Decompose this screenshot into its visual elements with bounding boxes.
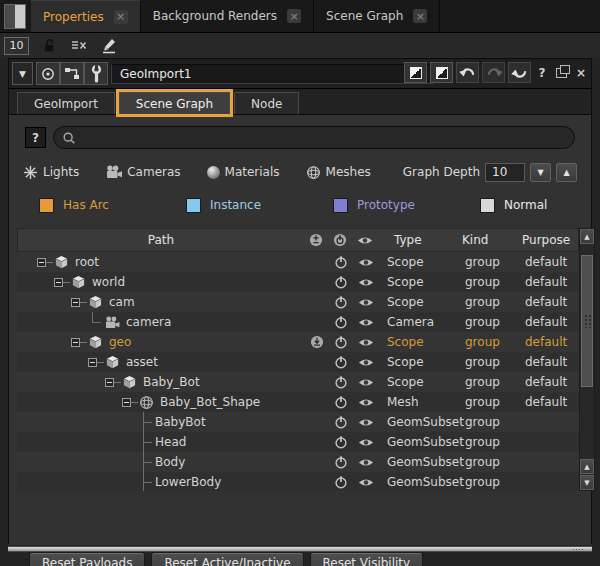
kind-column-header[interactable]: Kind: [454, 233, 514, 247]
undo-icon[interactable]: [456, 62, 479, 83]
expand-toggle[interactable]: [54, 278, 63, 287]
eye-icon[interactable]: [358, 257, 374, 268]
eye-icon[interactable]: [358, 437, 374, 448]
table-row[interactable]: asset Scope group default: [17, 352, 579, 372]
vertical-scrollbar[interactable]: ▲ ▲ ▼: [579, 228, 595, 491]
eye-icon[interactable]: [358, 357, 374, 368]
table-row[interactable]: Baby_Bot_Shape Mesh group default: [17, 392, 579, 412]
table-row[interactable]: LowerBody GeomSubset group: [17, 472, 579, 491]
power-icon[interactable]: [334, 375, 348, 389]
clear-panels-icon[interactable]: [69, 36, 89, 56]
scroll-up-button[interactable]: ▲: [580, 229, 594, 244]
reset-payloads-button[interactable]: Reset Payloads: [29, 552, 145, 566]
help-button[interactable]: ?: [534, 66, 550, 80]
tree-cell: camera: [17, 312, 305, 332]
payload-icon[interactable]: [310, 335, 324, 349]
geoimport-properties-panel: ▼ GeoImport1 ? × Ge: [8, 58, 592, 544]
tree-cell: asset: [17, 352, 305, 372]
power-icon[interactable]: [334, 415, 348, 429]
power-icon[interactable]: [334, 275, 348, 289]
table-row[interactable]: cam Scope group default: [17, 292, 579, 312]
power-icon[interactable]: [334, 335, 348, 349]
power-icon[interactable]: [334, 455, 348, 469]
expand-toggle[interactable]: [105, 378, 114, 387]
tab-background-renders[interactable]: Background Renders ×: [141, 0, 314, 32]
path-column-header[interactable]: Path: [18, 233, 304, 247]
tab-geoimport[interactable]: GeoImport: [17, 92, 115, 114]
power-icon[interactable]: [334, 435, 348, 449]
eye-icon[interactable]: [358, 377, 374, 388]
eye-icon[interactable]: [358, 457, 374, 468]
close-icon[interactable]: ×: [287, 9, 301, 23]
eye-icon[interactable]: [358, 277, 374, 288]
close-icon[interactable]: ×: [114, 10, 128, 24]
payload-column-icon[interactable]: [304, 233, 328, 247]
scroll-thumb[interactable]: [581, 255, 593, 387]
eye-icon[interactable]: [358, 477, 374, 488]
eye-icon[interactable]: [358, 417, 374, 428]
power-icon[interactable]: [334, 315, 348, 329]
close-icon[interactable]: ×: [413, 9, 427, 23]
reset-visibility-button[interactable]: Reset Visibility: [310, 552, 424, 566]
visibility-column-icon[interactable]: [352, 235, 378, 246]
revert-icon[interactable]: [508, 62, 531, 83]
power-icon[interactable]: [334, 355, 348, 369]
expand-toggle[interactable]: [88, 358, 97, 367]
expand-toggle[interactable]: [71, 338, 80, 347]
table-row[interactable]: Baby_Bot Scope group default: [17, 372, 579, 392]
edit-pencil-icon[interactable]: [99, 36, 119, 56]
filter-cameras[interactable]: Cameras: [105, 165, 180, 179]
eye-icon[interactable]: [358, 317, 374, 328]
tab-properties[interactable]: Properties ×: [31, 0, 141, 32]
filter-lights[interactable]: Lights: [23, 165, 79, 180]
search-input[interactable]: [82, 131, 542, 145]
reset-active-inactive-button[interactable]: Reset Active/Inactive: [151, 552, 303, 566]
table-row[interactable]: Head GeomSubset group: [17, 432, 579, 452]
table-row[interactable]: world Scope group default: [17, 272, 579, 292]
power-icon[interactable]: [334, 295, 348, 309]
search-help-button[interactable]: ?: [25, 127, 46, 148]
tab-node[interactable]: Node: [234, 92, 299, 114]
power-icon[interactable]: [334, 475, 348, 489]
filter-meshes[interactable]: Meshes: [306, 165, 371, 180]
expand-toggle[interactable]: [37, 258, 46, 267]
panel-layout-icon[interactable]: [4, 4, 26, 29]
scroll-down-button[interactable]: ▼: [580, 475, 594, 490]
collapse-panel-button[interactable]: ▼: [12, 62, 33, 85]
power-icon[interactable]: [334, 255, 348, 269]
tab-scene-graph-pane[interactable]: Scene Graph ×: [314, 0, 440, 32]
redo-icon[interactable]: [482, 62, 505, 83]
color-swatch-icon[interactable]: [404, 62, 427, 83]
purpose-column-header[interactable]: Purpose: [514, 233, 578, 247]
chevron-down-icon[interactable]: ▼: [530, 163, 551, 182]
node-graph-icon[interactable]: [60, 62, 84, 85]
filter-materials[interactable]: Materials: [207, 165, 280, 179]
expand-toggle[interactable]: [71, 298, 80, 307]
center-node-icon[interactable]: [36, 62, 60, 85]
table-row[interactable]: Body GeomSubset group: [17, 452, 579, 472]
float-window-icon[interactable]: [556, 68, 567, 78]
power-icon[interactable]: [334, 395, 348, 409]
type-column-header[interactable]: Type: [378, 233, 454, 247]
expand-toggle[interactable]: [122, 398, 131, 407]
table-row[interactable]: root Scope group default: [17, 252, 579, 272]
color-swatch-icon[interactable]: [430, 62, 453, 83]
eye-icon[interactable]: [358, 337, 374, 348]
tab-scene-graph[interactable]: Scene Graph: [119, 92, 230, 114]
node-name-field[interactable]: GeoImport1: [111, 64, 433, 84]
table-row[interactable]: BabyBot GeomSubset group: [17, 412, 579, 432]
wrench-icon[interactable]: [84, 62, 108, 85]
eye-icon[interactable]: [358, 297, 374, 308]
lock-open-icon[interactable]: [39, 36, 59, 56]
table-row[interactable]: geo Scope group default: [17, 332, 579, 352]
search-field[interactable]: [53, 126, 575, 149]
graph-depth-input[interactable]: [485, 163, 525, 182]
chevron-up-icon[interactable]: ▲: [556, 163, 577, 182]
eye-icon[interactable]: [358, 397, 374, 408]
table-row[interactable]: camera Camera group default: [17, 312, 579, 332]
close-panel-button[interactable]: ×: [573, 66, 589, 80]
active-column-icon[interactable]: [328, 233, 352, 247]
splitter-handle[interactable]: [8, 546, 592, 552]
panel-count-field[interactable]: 10: [4, 37, 29, 55]
scroll-up-button[interactable]: ▲: [580, 459, 594, 474]
